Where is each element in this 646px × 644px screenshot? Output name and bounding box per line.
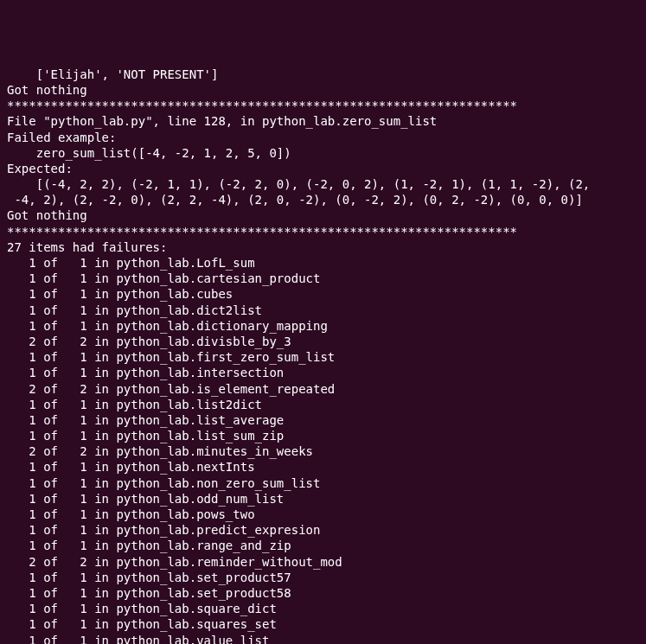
failure-line: 1 of 1 in python_lab.dict2list xyxy=(7,303,639,318)
failure-line: 1 of 1 in python_lab.predict_expresion xyxy=(7,522,639,538)
failure-line: 2 of 2 in python_lab.is_element_repeated xyxy=(7,381,639,397)
failure-line: 1 of 1 in python_lab.list2dict xyxy=(7,397,639,412)
failure-line: 1 of 1 in python_lab.LofL_sum xyxy=(7,255,639,271)
output-line: Failed example: xyxy=(7,130,639,145)
output-line: ['Elijah', 'NOT PRESENT'] xyxy=(7,67,639,82)
failure-line: 1 of 1 in python_lab.squares_set xyxy=(7,616,639,632)
failure-line: 1 of 1 in python_lab.value_list xyxy=(7,633,639,645)
output-line: [(-4, 2, 2), (-2, 1, 1), (-2, 2, 0), (-2… xyxy=(7,176,639,192)
failure-line: 1 of 1 in python_lab.intersection xyxy=(7,365,639,380)
failure-line: 2 of 2 in python_lab.minutes_in_weeks xyxy=(7,443,639,459)
output-line: -4, 2), (2, -2, 0), (2, 2, -4), (2, 0, -… xyxy=(7,192,639,207)
output-line: Got nothing xyxy=(7,207,639,223)
failure-line: 1 of 1 in python_lab.odd_num_list xyxy=(7,491,639,507)
failure-line: 1 of 1 in python_lab.list_sum_zip xyxy=(7,428,639,443)
output-line: ****************************************… xyxy=(7,98,639,113)
failure-line: 1 of 1 in python_lab.nextInts xyxy=(7,459,639,475)
failure-line: 1 of 1 in python_lab.cubes xyxy=(7,286,639,302)
failure-line: 2 of 2 in python_lab.divisble_by_3 xyxy=(7,334,639,349)
output-line: Got nothing xyxy=(7,82,639,98)
output-line: 27 items had failures: xyxy=(7,239,639,255)
output-line: Expected: xyxy=(7,161,639,176)
failure-line: 1 of 1 in python_lab.set_product58 xyxy=(7,585,639,601)
failure-line: 2 of 2 in python_lab.reminder_without_mo… xyxy=(7,554,639,570)
failure-line: 1 of 1 in python_lab.range_and_zip xyxy=(7,538,639,553)
failure-line: 1 of 1 in python_lab.pows_two xyxy=(7,507,639,522)
failure-line: 1 of 1 in python_lab.cartesian_product xyxy=(7,271,639,286)
failure-line: 1 of 1 in python_lab.first_zero_sum_list xyxy=(7,349,639,365)
terminal-output: ['Elijah', 'NOT PRESENT']Got nothing****… xyxy=(7,67,639,644)
failure-line: 1 of 1 in python_lab.list_average xyxy=(7,412,639,428)
failure-line: 1 of 1 in python_lab.square_dict xyxy=(7,601,639,616)
output-line: File "python_lab.py", line 128, in pytho… xyxy=(7,113,639,129)
failure-line: 1 of 1 in python_lab.non_zero_sum_list xyxy=(7,475,639,491)
output-line: ****************************************… xyxy=(7,224,639,239)
failure-line: 1 of 1 in python_lab.set_product57 xyxy=(7,570,639,585)
output-line: zero_sum_list([-4, -2, 1, 2, 5, 0]) xyxy=(7,145,639,161)
failure-line: 1 of 1 in python_lab.dictionary_mapping xyxy=(7,318,639,334)
